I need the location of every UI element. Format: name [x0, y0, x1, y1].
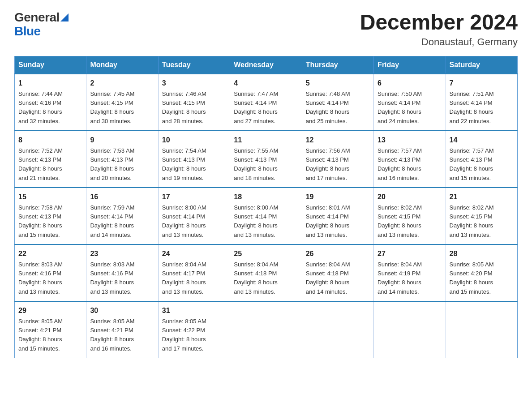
- calendar-cell: 7 Sunrise: 7:51 AMSunset: 4:14 PMDayligh…: [446, 74, 517, 131]
- day-info: Sunrise: 7:59 AMSunset: 4:14 PMDaylight:…: [90, 204, 134, 238]
- calendar-cell: [446, 301, 517, 358]
- weekday-header-saturday: Saturday: [446, 56, 517, 74]
- calendar-table: SundayMondayTuesdayWednesdayThursdayFrid…: [14, 56, 518, 358]
- day-info: Sunrise: 8:04 AMSunset: 4:19 PMDaylight:…: [378, 261, 422, 295]
- calendar-cell: 18 Sunrise: 8:00 AMSunset: 4:14 PMDaylig…: [230, 188, 302, 244]
- day-info: Sunrise: 7:46 AMSunset: 4:15 PMDaylight:…: [162, 90, 206, 124]
- day-number: 13: [378, 135, 442, 146]
- calendar-cell: 19 Sunrise: 8:01 AMSunset: 4:14 PMDaylig…: [302, 188, 373, 244]
- day-number: 6: [378, 78, 442, 89]
- day-info: Sunrise: 8:05 AMSunset: 4:21 PMDaylight:…: [18, 318, 63, 352]
- day-info: Sunrise: 8:04 AMSunset: 4:18 PMDaylight:…: [306, 261, 350, 295]
- calendar-cell: 24 Sunrise: 8:04 AMSunset: 4:17 PMDaylig…: [158, 244, 230, 301]
- calendar-cell: 27 Sunrise: 8:04 AMSunset: 4:19 PMDaylig…: [374, 244, 446, 301]
- day-number: 2: [90, 78, 154, 89]
- day-info: Sunrise: 8:04 AMSunset: 4:18 PMDaylight:…: [234, 261, 278, 295]
- calendar-cell: 14 Sunrise: 7:57 AMSunset: 4:13 PMDaylig…: [446, 131, 517, 188]
- calendar-cell: 29 Sunrise: 8:05 AMSunset: 4:21 PMDaylig…: [15, 301, 86, 358]
- calendar-cell: 8 Sunrise: 7:52 AMSunset: 4:13 PMDayligh…: [15, 131, 86, 188]
- page: General Blue December 2024 Donaustauf, G…: [0, 0, 532, 372]
- day-number: 14: [450, 135, 514, 146]
- day-info: Sunrise: 8:03 AMSunset: 4:16 PMDaylight:…: [90, 261, 134, 295]
- calendar-cell: [230, 301, 302, 358]
- calendar-cell: [302, 301, 373, 358]
- day-number: 16: [90, 192, 154, 202]
- day-info: Sunrise: 8:03 AMSunset: 4:16 PMDaylight:…: [18, 261, 63, 295]
- day-number: 12: [306, 135, 370, 146]
- calendar-cell: 4 Sunrise: 7:47 AMSunset: 4:14 PMDayligh…: [230, 74, 302, 131]
- logo-triangle-icon: [60, 13, 69, 21]
- day-number: 22: [18, 248, 82, 259]
- calendar-cell: 10 Sunrise: 7:54 AMSunset: 4:13 PMDaylig…: [158, 131, 230, 188]
- day-info: Sunrise: 8:00 AMSunset: 4:14 PMDaylight:…: [234, 204, 278, 238]
- day-info: Sunrise: 7:44 AMSunset: 4:16 PMDaylight:…: [18, 90, 63, 124]
- calendar-cell: 28 Sunrise: 8:05 AMSunset: 4:20 PMDaylig…: [446, 244, 517, 301]
- day-number: 21: [450, 192, 514, 202]
- day-info: Sunrise: 7:47 AMSunset: 4:14 PMDaylight:…: [234, 90, 278, 124]
- calendar-cell: 17 Sunrise: 8:00 AMSunset: 4:14 PMDaylig…: [158, 188, 230, 244]
- calendar-subtitle: Donaustauf, Germany: [360, 36, 518, 48]
- weekday-header-wednesday: Wednesday: [230, 56, 302, 74]
- day-number: 24: [162, 248, 226, 259]
- weekday-header-friday: Friday: [374, 56, 446, 74]
- day-number: 25: [234, 248, 298, 259]
- week-row-4: 22 Sunrise: 8:03 AMSunset: 4:16 PMDaylig…: [15, 244, 518, 301]
- day-info: Sunrise: 7:56 AMSunset: 4:13 PMDaylight:…: [306, 147, 350, 181]
- day-number: 9: [90, 135, 154, 146]
- calendar-cell: 16 Sunrise: 7:59 AMSunset: 4:14 PMDaylig…: [86, 188, 158, 244]
- day-number: 3: [162, 78, 226, 89]
- day-number: 29: [18, 305, 82, 316]
- logo: General Blue: [14, 11, 69, 39]
- title-area: December 2024 Donaustauf, Germany: [360, 11, 518, 48]
- day-number: 20: [378, 192, 442, 202]
- day-info: Sunrise: 7:48 AMSunset: 4:14 PMDaylight:…: [306, 90, 350, 124]
- day-number: 30: [90, 305, 154, 316]
- calendar-cell: 6 Sunrise: 7:50 AMSunset: 4:14 PMDayligh…: [374, 74, 446, 131]
- day-number: 19: [306, 192, 370, 202]
- week-row-5: 29 Sunrise: 8:05 AMSunset: 4:21 PMDaylig…: [15, 301, 518, 358]
- calendar-cell: 15 Sunrise: 7:58 AMSunset: 4:13 PMDaylig…: [15, 188, 86, 244]
- day-info: Sunrise: 8:00 AMSunset: 4:14 PMDaylight:…: [162, 204, 206, 238]
- day-number: 23: [90, 248, 154, 259]
- header: General Blue December 2024 Donaustauf, G…: [14, 11, 518, 48]
- day-number: 1: [18, 78, 82, 89]
- calendar-cell: 12 Sunrise: 7:56 AMSunset: 4:13 PMDaylig…: [302, 131, 373, 188]
- day-number: 8: [18, 135, 82, 146]
- calendar-cell: 2 Sunrise: 7:45 AMSunset: 4:15 PMDayligh…: [86, 74, 158, 131]
- calendar-cell: 31 Sunrise: 8:05 AMSunset: 4:22 PMDaylig…: [158, 301, 230, 358]
- day-info: Sunrise: 8:05 AMSunset: 4:22 PMDaylight:…: [162, 318, 206, 352]
- day-number: 27: [378, 248, 442, 259]
- svg-marker-0: [60, 13, 69, 21]
- day-number: 28: [450, 248, 514, 259]
- day-number: 10: [162, 135, 226, 146]
- calendar-cell: 30 Sunrise: 8:05 AMSunset: 4:21 PMDaylig…: [86, 301, 158, 358]
- weekday-header-thursday: Thursday: [302, 56, 373, 74]
- day-info: Sunrise: 8:05 AMSunset: 4:21 PMDaylight:…: [90, 318, 134, 352]
- day-number: 18: [234, 192, 298, 202]
- day-info: Sunrise: 7:54 AMSunset: 4:13 PMDaylight:…: [162, 147, 206, 181]
- calendar-cell: 25 Sunrise: 8:04 AMSunset: 4:18 PMDaylig…: [230, 244, 302, 301]
- day-info: Sunrise: 8:02 AMSunset: 4:15 PMDaylight:…: [378, 204, 422, 238]
- weekday-header-tuesday: Tuesday: [158, 56, 230, 74]
- day-number: 5: [306, 78, 370, 89]
- day-info: Sunrise: 7:53 AMSunset: 4:13 PMDaylight:…: [90, 147, 134, 181]
- day-info: Sunrise: 7:57 AMSunset: 4:13 PMDaylight:…: [450, 147, 494, 181]
- calendar-cell: 26 Sunrise: 8:04 AMSunset: 4:18 PMDaylig…: [302, 244, 373, 301]
- day-info: Sunrise: 8:02 AMSunset: 4:15 PMDaylight:…: [450, 204, 494, 238]
- day-info: Sunrise: 8:04 AMSunset: 4:17 PMDaylight:…: [162, 261, 206, 295]
- day-number: 7: [450, 78, 514, 89]
- calendar-cell: 5 Sunrise: 7:48 AMSunset: 4:14 PMDayligh…: [302, 74, 373, 131]
- day-number: 31: [162, 305, 226, 316]
- day-info: Sunrise: 7:58 AMSunset: 4:13 PMDaylight:…: [18, 204, 63, 238]
- day-info: Sunrise: 7:57 AMSunset: 4:13 PMDaylight:…: [378, 147, 422, 181]
- calendar-cell: 21 Sunrise: 8:02 AMSunset: 4:15 PMDaylig…: [446, 188, 517, 244]
- day-info: Sunrise: 7:55 AMSunset: 4:13 PMDaylight:…: [234, 147, 278, 181]
- calendar-cell: 20 Sunrise: 8:02 AMSunset: 4:15 PMDaylig…: [374, 188, 446, 244]
- day-info: Sunrise: 7:51 AMSunset: 4:14 PMDaylight:…: [450, 90, 494, 124]
- week-row-3: 15 Sunrise: 7:58 AMSunset: 4:13 PMDaylig…: [15, 188, 518, 244]
- calendar-cell: 1 Sunrise: 7:44 AMSunset: 4:16 PMDayligh…: [15, 74, 86, 131]
- calendar-cell: 13 Sunrise: 7:57 AMSunset: 4:13 PMDaylig…: [374, 131, 446, 188]
- day-info: Sunrise: 8:05 AMSunset: 4:20 PMDaylight:…: [450, 261, 494, 295]
- day-number: 17: [162, 192, 226, 202]
- day-number: 15: [18, 192, 82, 202]
